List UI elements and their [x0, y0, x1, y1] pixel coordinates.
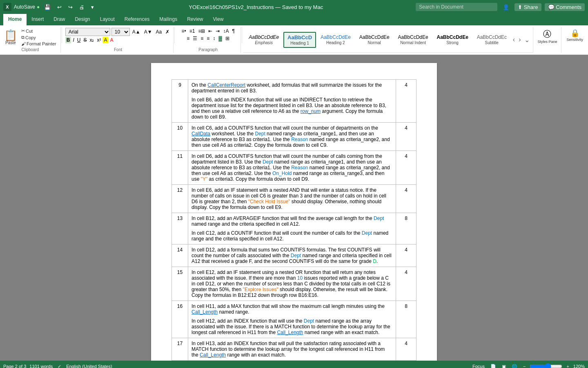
tab-design[interactable]: Design: [70, 14, 95, 25]
bullets-button[interactable]: ≡•: [180, 28, 187, 34]
shading-button[interactable]: ▓: [217, 35, 223, 42]
superscript-button[interactable]: x²: [96, 37, 102, 43]
tab-view[interactable]: View: [208, 14, 229, 25]
para-group-content: ≡• ≡1 ≡⊞ ⇤ ⇥ ↕A ¶ ≡ ☰ ≡ ≡ ↕ ▓ ⊞: [180, 28, 236, 47]
gallery-scroll-left[interactable]: ‹: [511, 35, 517, 44]
shrink-font-button[interactable]: A▼: [143, 29, 154, 35]
clipboard-group-content: 📋 Paste ✂ Cut ⧉ Copy 🖌 Format Painter: [2, 28, 58, 47]
align-center-button[interactable]: ☰: [192, 35, 198, 42]
table-row: 9On the CallCenterReport worksheet, add …: [172, 80, 416, 123]
table-row: 11In cell D6, add a COUNTIFS function th…: [172, 151, 416, 185]
ribbon-group-clipboard: 📋 Paste ✂ Cut ⧉ Copy 🖌 Format Painter Cl…: [0, 27, 61, 53]
font-name-select[interactable]: Arial: [65, 28, 110, 36]
align-right-button[interactable]: ≡: [199, 35, 205, 42]
align-left-button[interactable]: ≡: [185, 35, 191, 42]
normal-label: Normal: [359, 40, 390, 45]
numbering-button[interactable]: ≡1: [188, 28, 196, 34]
tab-draw[interactable]: Draw: [49, 14, 70, 25]
read-mode-button[interactable]: 📄: [489, 363, 498, 368]
tab-layout[interactable]: Layout: [95, 14, 120, 25]
redo-button[interactable]: ↪: [66, 3, 75, 11]
zoom-in-button[interactable]: +: [565, 363, 570, 368]
undo-button[interactable]: ↩: [55, 3, 64, 11]
underline-button[interactable]: U: [76, 37, 82, 43]
gallery-expand[interactable]: ⌄: [523, 35, 531, 45]
text-highlight-button[interactable]: A: [102, 37, 108, 43]
heading1-preview: AaBbCcD: [287, 34, 312, 40]
paste-button[interactable]: 📋 Paste: [2, 29, 19, 46]
style-emphasis[interactable]: AaBbCcDdEe Emphasis: [245, 32, 283, 47]
tab-insert[interactable]: Insert: [27, 14, 49, 25]
tab-references[interactable]: References: [120, 14, 154, 25]
row-content: In cell H13, add an INDEX function that …: [188, 338, 396, 361]
row-number: 14: [172, 245, 188, 267]
decrease-indent-button[interactable]: ⇤: [207, 28, 214, 34]
clear-formatting-button[interactable]: ✗: [164, 29, 171, 35]
strikethrough-button[interactable]: S: [82, 37, 88, 43]
sort-button[interactable]: ↕A: [222, 28, 230, 34]
styles-pane-button[interactable]: Ⓐ Styles Pane: [535, 28, 559, 45]
normal-preview: AaBbCcDdEe: [359, 34, 390, 40]
print-button[interactable]: 🖨: [77, 3, 87, 11]
justify-button[interactable]: ≡: [205, 35, 211, 42]
style-subtitle[interactable]: AaBbCcDdEc Subtitle: [473, 32, 511, 47]
table-row: 13In cell B12, add an AVERAGEIF function…: [172, 213, 416, 245]
multilevel-button[interactable]: ≡⊞: [197, 28, 206, 34]
line-spacing-button[interactable]: ↕: [212, 35, 216, 42]
tab-review[interactable]: Review: [182, 14, 208, 25]
row-number: 11: [172, 151, 188, 185]
bold-button[interactable]: B: [65, 37, 71, 43]
main-area: 9On the CallCenterReport worksheet, add …: [0, 55, 588, 361]
style-normalindent[interactable]: AaBbCcDdEe Normal Indent: [394, 32, 432, 47]
style-heading2[interactable]: AaBbCcDdEe Heading 2: [316, 32, 355, 47]
emphasis-preview: AaBbCcDdEe: [249, 34, 279, 40]
account-button[interactable]: 👤: [501, 3, 511, 11]
save-button[interactable]: 💾: [42, 3, 53, 11]
table-row: 14In cell D12, add a formula that sums t…: [172, 245, 416, 267]
title-bar-right: 👤 ⬆ Share 💬 Comments: [416, 3, 585, 11]
cut-button[interactable]: ✂ Cut: [20, 28, 58, 34]
row-content: In cell D6, add a COUNTIFS function that…: [188, 151, 396, 185]
row-number: 15: [172, 267, 188, 301]
search-input[interactable]: [416, 3, 497, 11]
document-area[interactable]: 9On the CallCenterReport worksheet, add …: [0, 55, 588, 361]
font-size-select[interactable]: 10: [111, 28, 130, 36]
zoom-out-button[interactable]: −: [521, 363, 527, 368]
show-para-button[interactable]: ¶: [231, 28, 236, 34]
comments-button[interactable]: 💬 Comments: [545, 3, 585, 11]
change-case-button[interactable]: Aa: [155, 29, 163, 35]
autosave-dot: ●: [37, 4, 40, 10]
copy-label: Copy: [25, 35, 36, 40]
ribbon-group-font: Arial 10 A▲ A▼ Aa ✗ B I U S x₂ x² A A: [63, 27, 174, 53]
share-button[interactable]: ⬆ Share: [514, 3, 541, 11]
style-normal[interactable]: AaBbCcDdEe Normal: [355, 32, 394, 47]
increase-indent-button[interactable]: ⇥: [214, 28, 221, 34]
italic-button[interactable]: I: [71, 37, 75, 43]
web-layout-button[interactable]: 🌐: [510, 363, 519, 368]
font-color-button[interactable]: A: [109, 37, 114, 43]
row-number: 13: [172, 213, 188, 245]
style-strong[interactable]: AaBbCcDdEe Strong: [432, 32, 472, 47]
subtitle-label: Subtitle: [477, 40, 507, 45]
borders-button[interactable]: ⊞: [224, 35, 231, 42]
style-heading1[interactable]: AaBbCcD Heading 1: [283, 32, 316, 48]
grow-font-button[interactable]: A▲: [131, 29, 142, 35]
print-layout-button[interactable]: ▣: [500, 363, 508, 368]
sensitivity-button[interactable]: 🔒 Sensitivity: [565, 28, 585, 43]
gallery-scroll-right[interactable]: ›: [517, 35, 522, 44]
focus-button[interactable]: Focus: [471, 363, 486, 368]
tab-mailings[interactable]: Mailings: [154, 14, 182, 25]
sep1: [62, 27, 62, 43]
strong-preview: AaBbCcDdEe: [437, 34, 468, 40]
customize-button[interactable]: ▾: [89, 3, 96, 11]
row-number: 18: [172, 361, 188, 361]
copy-button[interactable]: ⧉ Copy: [20, 34, 58, 40]
table-row: 17In cell H13, add an INDEX function tha…: [172, 338, 416, 361]
format-painter-button[interactable]: 🖌 Format Painter: [20, 41, 58, 47]
para-row2: ≡ ☰ ≡ ≡ ↕ ▓ ⊞: [185, 35, 231, 42]
proofing-button[interactable]: ✓: [56, 363, 63, 368]
subscript-button[interactable]: x₂: [88, 37, 95, 43]
sensitivity-area: 🔒 Sensitivity: [561, 27, 588, 53]
tab-home[interactable]: Home: [3, 14, 27, 25]
zoom-slider[interactable]: [530, 363, 562, 368]
